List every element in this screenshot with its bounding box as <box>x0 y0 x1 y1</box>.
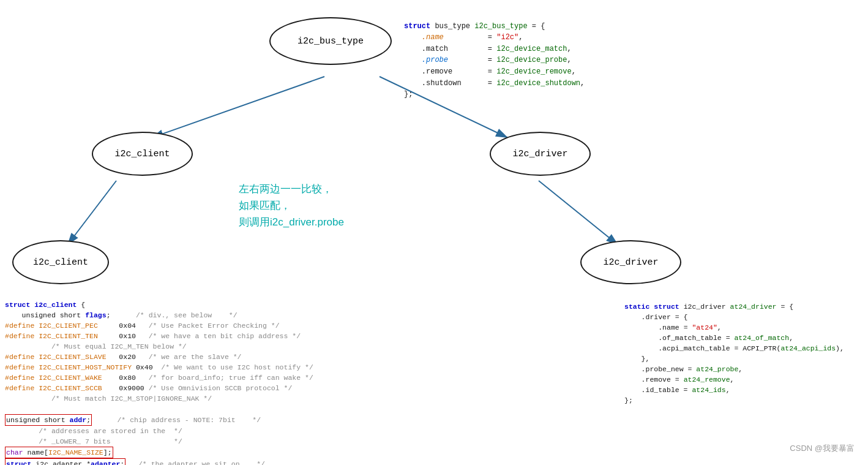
annotation-line1: 左右两边一一比较， <box>239 181 344 197</box>
node-bus-type-label: i2c_bus_type <box>297 36 364 47</box>
node-driver-bot-label: i2c_driver <box>603 257 658 268</box>
code-bus-type: struct bus_type i2c_bus_type = { .name =… <box>404 9 585 100</box>
node-client-bot-label: i2c_client <box>33 257 88 268</box>
node-driver-mid: i2c_driver <box>490 132 591 176</box>
node-client-bot: i2c_client <box>12 240 109 284</box>
watermark: CSDN @我要暴富 <box>790 443 855 454</box>
svg-line-4 <box>539 181 618 245</box>
node-client-mid: i2c_client <box>92 132 193 176</box>
annotation-text: 左右两边一一比较， 如果匹配， 则调用i2c_driver.probe <box>239 181 344 231</box>
code-i2c-client: struct i2c_client { unsigned short flags… <box>5 289 313 465</box>
node-bus-type: i2c_bus_type <box>269 17 392 65</box>
svg-line-3 <box>67 181 116 245</box>
node-client-mid-label: i2c_client <box>114 149 170 159</box>
annotation-line2: 如果匹配， <box>239 197 344 214</box>
node-driver-bot: i2c_driver <box>580 240 681 284</box>
svg-line-1 <box>151 77 324 138</box>
annotation-line3: 则调用i2c_driver.probe <box>239 214 344 230</box>
node-driver-mid-label: i2c_driver <box>512 149 567 159</box>
code-i2c-driver: static struct i2c_driver at24_driver = {… <box>624 291 844 406</box>
